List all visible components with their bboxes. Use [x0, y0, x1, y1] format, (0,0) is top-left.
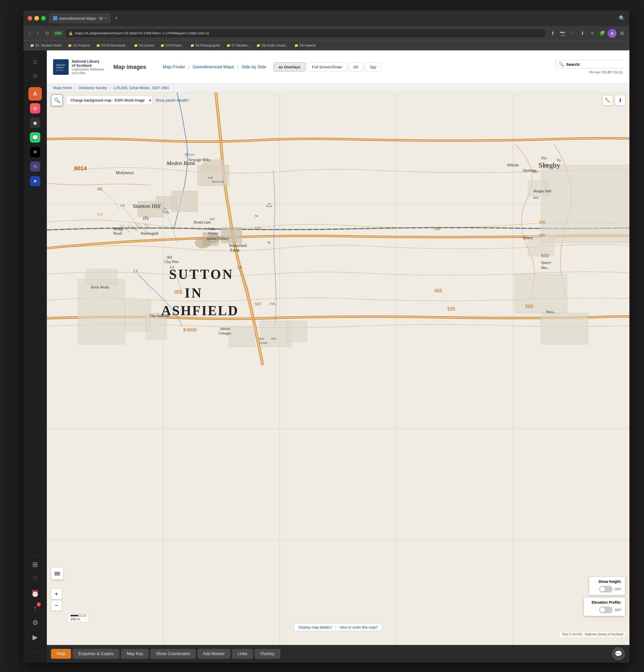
- map-info-button[interactable]: ℹ: [615, 95, 625, 106]
- screenshot-button[interactable]: 📷: [558, 29, 567, 38]
- svg-text:Vic.: Vic.: [543, 163, 550, 167]
- svg-text:F.P.: F.P.: [237, 265, 242, 269]
- dock-altserver-icon[interactable]: ⊛: [28, 101, 42, 115]
- dock-favorites-button[interactable]: ☆: [28, 69, 42, 83]
- svg-text:525: 525: [255, 227, 261, 231]
- share-button[interactable]: ⬆: [548, 29, 557, 38]
- tab-close-button[interactable]: ×: [105, 16, 107, 20]
- elevation-panel: Elevation Profile: OFF: [584, 597, 625, 616]
- overlay-button[interactable]: Overlay: [255, 649, 280, 659]
- more-button[interactable]: ≡: [588, 29, 597, 38]
- dock-arc-icon[interactable]: A: [28, 87, 42, 100]
- map-container[interactable]: 6014 055 525 500 500 055 B.6026 Meden Ba…: [47, 92, 630, 652]
- bookmark-awards[interactable]: 📁 S9.Awards: [292, 43, 318, 48]
- full-screen-draw-button[interactable]: Full Screen/Draw: [307, 62, 347, 71]
- elevation-panel-title: Elevation Profile:: [587, 600, 621, 604]
- titlebar-search-icon[interactable]: 🔍: [619, 15, 625, 21]
- maximize-window-button[interactable]: [41, 16, 46, 21]
- map-key-button[interactable]: Map Key: [121, 649, 149, 659]
- svg-text:500: 500: [525, 304, 533, 309]
- 3d-button[interactable]: 3D: [348, 62, 363, 71]
- breadcrumb-maps-home[interactable]: Maps home: [53, 86, 72, 90]
- bookmark-professional[interactable]: 📁 S3.Professional...: [94, 43, 130, 48]
- map-image[interactable]: 6014 055 525 500 500 055 B.6026 Meden Ba…: [47, 92, 630, 652]
- titlebar: Georeferenced Maps - M × + 🔍: [23, 10, 630, 26]
- svg-text:525: 525: [447, 307, 455, 312]
- svg-text:F.P.: F.P.: [120, 203, 125, 207]
- dock-whatsapp-icon[interactable]: 💬: [28, 131, 42, 144]
- map-finder-link[interactable]: Map Finder: [163, 64, 185, 70]
- links-button[interactable]: Links: [232, 649, 253, 659]
- view-order-map-link[interactable]: View or order this map?: [339, 625, 378, 629]
- dock-notchmeister-icon[interactable]: N: [28, 160, 42, 173]
- bookmark-models[interactable]: 📁 S7.Models...: [224, 43, 253, 48]
- search-box[interactable]: 🔍 Search:: [555, 60, 623, 69]
- map-layers-button[interactable]: [51, 567, 63, 580]
- breadcrumb-map-series[interactable]: 1:25,000, Great Britain, 1937-1961: [113, 86, 169, 90]
- forward-button[interactable]: ›: [35, 29, 40, 37]
- dock-apps-button[interactable]: ⊞: [28, 558, 42, 571]
- bookmark-audio-visual[interactable]: 📁 S8.Audio-Visual...: [254, 43, 291, 48]
- breadcrumb: Maps home › Ordnance Survey › 1:25,000, …: [47, 84, 630, 92]
- dock-clock-button[interactable]: ⏰: [28, 587, 42, 600]
- dock-notification-button[interactable]: ↑ 1: [28, 601, 42, 615]
- as-overlays-button[interactable]: as Overlays: [273, 62, 305, 71]
- view-mode-buttons: as Overlays Full Screen/Draw 3D Spy: [273, 62, 381, 71]
- svg-text:055: 055: [174, 289, 182, 295]
- cc-by-link[interactable]: CC-BY: [602, 70, 612, 74]
- minimize-window-button[interactable]: [34, 16, 39, 21]
- zoom-out-button[interactable]: −: [51, 600, 62, 611]
- download-button[interactable]: ⬇: [578, 29, 587, 38]
- content-area: National Library Scotland National Libra…: [47, 50, 630, 663]
- svg-text:IN: IN: [185, 286, 203, 300]
- height-toggle[interactable]: [599, 586, 612, 592]
- back-button[interactable]: ‹: [26, 29, 32, 37]
- dock-home-button[interactable]: ⌂: [28, 55, 42, 68]
- svg-text:SUTTON: SUTTON: [169, 267, 234, 282]
- dock-twitter-icon[interactable]: ✕: [28, 145, 42, 159]
- sidebar-toggle-button[interactable]: ⊞: [618, 29, 626, 38]
- bookmark-photographic[interactable]: 📁 S6.Photographic: [188, 43, 223, 48]
- extensions-button[interactable]: 🧩: [598, 29, 607, 38]
- elevation-toggle-label: OFF: [614, 608, 621, 612]
- parish-details-link[interactable]: Show parish details?: [155, 98, 189, 103]
- bookmark-printed[interactable]: 📁 S5.Printed...: [158, 43, 187, 48]
- bookmark-button[interactable]: ♡: [568, 29, 577, 38]
- dock-media-button[interactable]: ▶: [28, 631, 42, 644]
- svg-text:New...: New...: [546, 310, 557, 314]
- enquiries-copies-button[interactable]: Enquiries & Copies: [73, 649, 119, 659]
- profile-icon[interactable]: A: [608, 29, 617, 38]
- dock-prompt-icon[interactable]: ➤: [28, 175, 42, 188]
- show-coordinates-button[interactable]: Show Coordinates: [150, 649, 196, 659]
- background-map-select[interactable]: Change background map - ESRI World Image: [66, 96, 152, 105]
- dock-settings-button[interactable]: ⚙: [28, 616, 42, 629]
- bookmark-library[interactable]: 📁 S4.Library: [131, 43, 157, 48]
- svg-rect-31: [286, 321, 307, 342]
- map-search-button[interactable]: 🔍: [51, 94, 63, 106]
- chat-button[interactable]: 💬: [612, 647, 625, 661]
- dock-bezel-icon[interactable]: ◉: [28, 116, 42, 130]
- map-pencil-button[interactable]: ✏️: [602, 95, 613, 106]
- elevation-toggle[interactable]: [599, 607, 612, 613]
- svg-rect-103: [54, 573, 60, 574]
- address-bar[interactable]: 🔒 maps.nls.uk/geo/explore/#zoom=15.0&lat…: [65, 28, 546, 38]
- bookmark-projects[interactable]: 📁 S2.Projects: [65, 43, 93, 48]
- dock-heart-button[interactable]: ♡: [28, 572, 42, 586]
- dock-more-button[interactable]: ···: [28, 645, 42, 659]
- new-tab-button[interactable]: +: [113, 14, 120, 22]
- zoom-in-button[interactable]: +: [51, 589, 62, 600]
- breadcrumb-ordnance-survey[interactable]: Ordnance Survey: [79, 86, 107, 90]
- nls-logo: National Library Scotland National Libra…: [53, 59, 104, 75]
- add-marker-button[interactable]: Add Marker: [197, 649, 231, 659]
- refresh-button[interactable]: ↻: [43, 29, 51, 38]
- search-icon: 🔍: [559, 62, 564, 67]
- spy-button[interactable]: Spy: [365, 62, 382, 71]
- display-map-details-link[interactable]: Display map details?: [298, 625, 332, 629]
- close-window-button[interactable]: [27, 16, 32, 21]
- side-by-side-link[interactable]: Side by Side: [242, 64, 266, 70]
- active-tab[interactable]: Georeferenced Maps - M ×: [49, 13, 111, 23]
- bookmark-student-work[interactable]: 📁 S1. Student Work: [27, 43, 64, 48]
- help-button[interactable]: Help: [51, 649, 71, 659]
- georeferenced-maps-link[interactable]: Georeferenced Maps: [192, 64, 234, 70]
- search-input[interactable]: [583, 62, 630, 67]
